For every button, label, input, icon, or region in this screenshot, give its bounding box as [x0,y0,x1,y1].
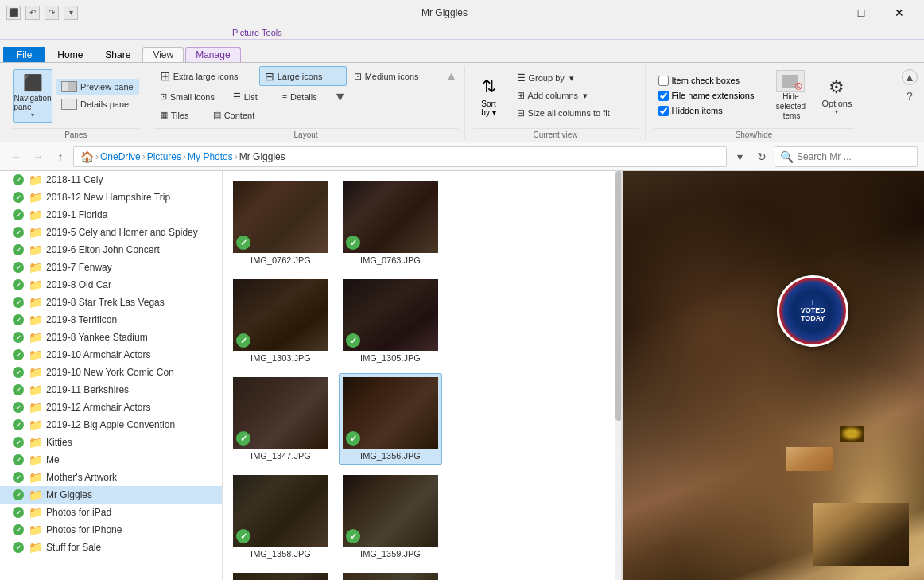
sidebar-item-stuff-for-sale[interactable]: 📁 Stuff for Sale [0,539,222,556]
tab-manage[interactable]: Manage [185,47,240,62]
breadcrumb-pictures[interactable]: Pictures [147,151,181,162]
small-icons-button[interactable]: ⊡ Small icons [154,89,226,104]
refresh-button[interactable]: ↻ [752,147,771,166]
file-thumbnail-more2 [343,573,438,580]
sidebar-item-2[interactable]: 📁 2019-1 Florida [0,206,222,224]
minimize-button[interactable]: — [805,0,841,25]
file-item-1303[interactable]: IMG_1303.JPG [229,275,332,367]
sidebar-item-14[interactable]: 📁 2019-12 Big Apple Convention [0,416,222,434]
sidebar-item-9[interactable]: 📁 2019-8 Yankee Stadium [0,329,222,346]
dropdown-icon[interactable]: ▾ [64,6,78,20]
file-item-more1[interactable] [229,569,332,580]
sidebar-item-8[interactable]: 📁 2019-8 Terrificon [0,311,222,329]
file-item-1358[interactable]: IMG_1358.JPG [229,471,332,562]
sidebar-item-mr-giggles[interactable]: 📁 Mr Giggles [0,486,222,504]
breadcrumb-myphotos[interactable]: My Photos [188,151,233,162]
options-button[interactable]: ⚙ Options ▾ [819,72,854,119]
content-button[interactable]: ▤ Content [208,107,271,123]
sort-by-section: ⇅ Sort by ▾ [473,71,505,120]
sidebar-item-mothers-artwork[interactable]: 📁 Mother's Artwork [0,469,222,486]
ribbon: ⬛ Navigation pane ▾ Preview pane Details… [0,63,924,142]
tab-home[interactable]: Home [47,47,93,62]
preview-pane-button[interactable]: Preview pane [56,79,139,95]
maximize-button[interactable]: □ [843,0,879,25]
sidebar-item-10[interactable]: 📁 2019-10 Armchair Actors [0,346,222,364]
file-check-1356 [346,431,360,446]
sidebar-item-5[interactable]: 📁 2019-7 Fenway [0,259,222,276]
tiles-button[interactable]: ▦ Tiles [154,107,206,123]
sync-status-icon [13,454,24,465]
file-item-1347[interactable]: IMG_1347.JPG [229,373,332,465]
extra-large-icons-button[interactable]: ⊞ Extra large icons [154,66,258,86]
forward-button[interactable]: → [29,147,48,166]
file-item-1305[interactable]: IMG_1305.JPG [339,275,442,367]
file-scrollbar-track[interactable] [615,171,621,580]
sidebar-item-3[interactable]: 📁 2019-5 Cely and Homer and Spidey [0,224,222,241]
tiles-icon: ▦ [160,110,168,120]
sort-by-button[interactable]: ⇅ Sort by ▾ [473,71,505,120]
hidden-items-toggle[interactable]: Hidden items [654,104,759,118]
sidebar-item-1[interactable]: 📁 2018-12 New Hampshire Trip [0,189,222,206]
file-extensions-toggle[interactable]: File name extensions [654,89,759,103]
undo-icon[interactable]: ↶ [25,6,40,20]
search-box[interactable]: 🔍 [775,146,918,167]
file-item-0762[interactable]: IMG_0762.JPG [229,177,332,269]
view-options: ☰ Group by ▾ ⊞ Add columns ▾ ⊟ Size all … [511,70,639,121]
file-thumbnail-1305 [343,279,438,351]
details-pane-button[interactable]: Details pane [56,96,139,112]
medium-icons-button[interactable]: ⊡ Medium icons [348,66,444,86]
layout-scroll-up[interactable]: ▲ [445,66,458,86]
sidebar-item-4[interactable]: 📁 2019-6 Elton John Concert [0,241,222,259]
sidebar-item-photos-ipad[interactable]: 📁 Photos for iPad [0,504,222,521]
sidebar-item-11[interactable]: 📁 2019-10 New York Comic Con [0,364,222,381]
file-extensions-checkbox[interactable] [658,91,669,101]
sidebar-item-13[interactable]: 📁 2019-12 Armchair Actors [0,399,222,416]
file-name-1359: IMG_1359.JPG [360,549,421,559]
title-bar-icons: ⬛ ↶ ↷ ▾ [6,6,78,20]
sidebar-item-0[interactable]: 📁 2018-11 Cely [0,171,222,189]
sidebar-item-6[interactable]: 📁 2019-8 Old Car [0,276,222,294]
layout-scroll-down[interactable]: ▼ [334,89,347,104]
sidebar-item-7[interactable]: 📁 2019-8 Star Trek Las Vegas [0,294,222,311]
group-by-button[interactable]: ☰ Group by ▾ [511,70,615,86]
file-item-more2[interactable] [339,569,442,580]
content-icon: ▤ [213,110,221,120]
item-checkboxes-checkbox[interactable] [658,76,669,86]
back-button[interactable]: ← [6,147,25,166]
folder-icon: 📁 [29,366,41,379]
file-scrollbar-thumb[interactable] [615,171,622,421]
folder-icon: 📁 [29,383,41,396]
sidebar-item-kitties[interactable]: 📁 Kitties [0,434,222,451]
close-button[interactable]: ✕ [881,0,918,25]
address-dropdown-button[interactable]: ▾ [730,147,749,166]
file-check-1305 [346,333,360,348]
sidebar-item-12[interactable]: 📁 2019-11 Berkshires [0,381,222,399]
redo-icon[interactable]: ↷ [45,6,59,20]
add-columns-button[interactable]: ⊞ Add columns ▾ [511,88,615,103]
tab-view[interactable]: View [142,47,184,62]
hide-selected-items-button[interactable]: 🚫 Hide selected items [768,66,813,125]
navigation-pane-button[interactable]: ⬛ Navigation pane ▾ [13,69,52,123]
cat-paw [813,503,909,566]
search-input[interactable] [797,151,912,162]
tab-share[interactable]: Share [95,47,141,62]
quick-access-icon[interactable]: ⬛ [6,6,21,20]
list-button[interactable]: ☰ List [227,89,275,104]
help-button[interactable]: ? [902,88,918,104]
file-item-0763[interactable]: IMG_0763.JPG [339,177,442,269]
sidebar-item-me[interactable]: 📁 Me [0,451,222,469]
tab-file[interactable]: File [3,47,45,62]
sort-icon: ⇅ [476,74,502,99]
collapse-ribbon-button[interactable]: ▲ [902,69,918,85]
up-button[interactable]: ↑ [51,147,70,166]
file-item-1359[interactable]: IMG_1359.JPG [339,471,442,562]
file-item-1356[interactable]: IMG_1356.JPG [339,373,442,465]
size-all-columns-button[interactable]: ⊟ Size all columns to fit [511,105,639,121]
breadcrumb-onedrive[interactable]: OneDrive [100,151,141,162]
hidden-items-checkbox[interactable] [658,106,669,116]
large-icons-button[interactable]: ⊟ Large icons [259,66,347,86]
sidebar: 📁 2018-11 Cely 📁 2018-12 New Hampshire T… [0,171,223,580]
details-button[interactable]: ≡ Details [277,89,332,104]
item-checkboxes-toggle[interactable]: Item check boxes [654,74,759,88]
sidebar-item-photos-iphone[interactable]: 📁 Photos for iPhone [0,521,222,539]
